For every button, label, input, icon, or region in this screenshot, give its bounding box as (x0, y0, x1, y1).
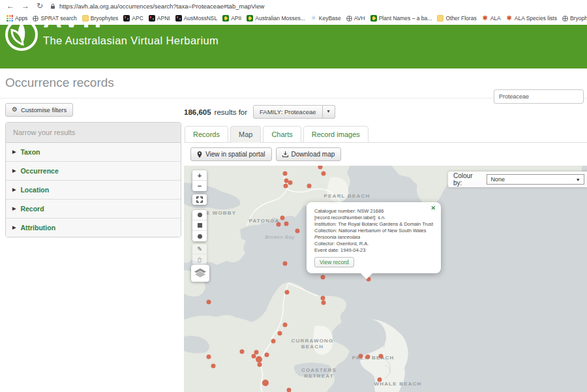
occurrence-marker[interactable] (258, 363, 262, 367)
green-app-icon (222, 15, 229, 22)
popup-close-icon[interactable]: ✕ (430, 205, 436, 211)
query-filter-button[interactable]: FAMILY: Proteaceae (253, 105, 322, 119)
url-text: https://avh.ala.org.au/occurrences/searc… (59, 3, 264, 10)
occurrence-marker[interactable] (359, 354, 363, 359)
map-toolbar: View in spatial portal Download map (184, 143, 587, 166)
bookmark-item[interactable]: APNI (149, 15, 170, 22)
page-title: Occurrence records (5, 76, 114, 90)
site-subtitle: The Australasian Virtual Herbarium (43, 35, 218, 47)
filter-group-taxon[interactable]: ▶Taxon (6, 143, 181, 162)
edit-toolbar: ✎ (192, 244, 207, 265)
occurrence-marker[interactable] (283, 323, 288, 327)
occurrence-marker[interactable] (321, 275, 325, 280)
view-in-spatial-portal-button[interactable]: View in spatial portal (190, 147, 272, 161)
bookmark-label: AVH (354, 15, 365, 22)
fullscreen-button[interactable] (192, 194, 207, 205)
filter-group-occurrence[interactable]: ▶Occurrence (6, 162, 181, 181)
occurrence-marker[interactable] (256, 356, 262, 363)
draw-polygon-button[interactable] (192, 210, 207, 220)
globe-icon (33, 16, 38, 22)
occurrence-map[interactable]: PEARL BEACHE WOBBYPATONGABroken BayCURRA… (184, 166, 587, 392)
occurrence-marker[interactable] (321, 296, 325, 301)
tab-records[interactable]: Records (185, 126, 228, 143)
results-count: 186,605 (184, 108, 211, 116)
occurrence-marker[interactable] (240, 350, 245, 354)
occurrence-marker[interactable] (322, 172, 326, 176)
bookmark-item[interactable]: ✱ALA (482, 15, 501, 22)
filter-group-location[interactable]: ▶Location (6, 181, 181, 200)
occurrence-marker[interactable] (207, 355, 211, 359)
query-filter-caret-button[interactable]: ▾ (323, 105, 335, 119)
occurrence-marker[interactable] (322, 301, 326, 305)
occurrence-marker[interactable] (262, 380, 269, 386)
bookmark-item[interactable]: APII (222, 15, 241, 22)
bookmark-item[interactable]: Australian Mosses... (247, 15, 305, 22)
occurrence-marker[interactable] (283, 172, 288, 176)
expand-triangle-icon: ▶ (12, 206, 16, 211)
bookmark-item[interactable]: ✳KeyBase (310, 15, 341, 22)
view-record-button[interactable]: View record (314, 257, 354, 267)
bookmark-item[interactable]: SPRAT search (33, 15, 76, 22)
popup-field: Persoonia lanceolata (314, 234, 434, 241)
draw-circle-button[interactable] (192, 231, 207, 241)
occurrence-marker[interactable] (307, 184, 312, 188)
occurrence-marker[interactable] (265, 353, 269, 357)
bookmark-item[interactable]: Apps (7, 15, 27, 22)
filter-group-record[interactable]: ▶Record (6, 200, 181, 219)
draw-toolbar (192, 210, 207, 241)
popup-field: [record.recordNumber.label]: s.n. (314, 215, 434, 221)
tab-map[interactable]: Map (230, 126, 261, 143)
results-text: results for (215, 108, 248, 116)
refresh-icon[interactable]: ↻ (37, 2, 43, 10)
occurrence-marker[interactable] (288, 181, 293, 185)
expand-triangle-icon: ▶ (12, 225, 16, 230)
draw-rectangle-button[interactable] (192, 220, 207, 231)
layers-control[interactable] (191, 265, 209, 282)
narrow-results-panel: Narrow your results ▶Taxon▶Occurrence▶Lo… (5, 122, 181, 237)
occurrence-marker[interactable] (271, 339, 276, 344)
bookmark-label: SPRAT search (40, 15, 76, 22)
tab-charts[interactable]: Charts (263, 126, 301, 143)
bookmark-item[interactable]: Plant Names – a ba... (370, 15, 432, 22)
occurrence-marker[interactable] (287, 388, 292, 392)
pencil-icon: ✎ (197, 246, 202, 252)
zoom-out-button[interactable]: − (192, 181, 207, 191)
occurrence-marker[interactable] (295, 229, 300, 234)
rectangle-icon (198, 223, 202, 228)
occurrence-marker[interactable] (277, 222, 281, 227)
occurrence-marker[interactable] (280, 216, 285, 220)
expand-triangle-icon: ▶ (12, 187, 16, 192)
bookmark-item[interactable]: Bryophytes (82, 15, 119, 22)
delete-shape-button[interactable] (192, 254, 207, 265)
occurrence-marker[interactable] (211, 364, 216, 369)
occurrence-marker[interactable] (207, 300, 211, 305)
bookmark-label: Australian Mosses... (255, 15, 305, 22)
occurrence-marker[interactable] (284, 222, 289, 226)
download-map-button[interactable]: Download map (276, 147, 342, 161)
customise-filters-button[interactable]: ⚙ Customise filters (5, 103, 73, 117)
bookmark-item[interactable]: Bryophytes of Austr... (562, 15, 587, 22)
zoom-in-button[interactable]: + (192, 170, 207, 181)
occurrence-marker[interactable] (379, 354, 384, 359)
occurrence-marker[interactable] (284, 184, 288, 188)
zoom-control: + − (192, 170, 207, 191)
taxa-search-input[interactable] (494, 89, 584, 104)
bookmark-item[interactable]: ✱ALA Species lists (506, 15, 557, 22)
occurrence-marker[interactable] (285, 290, 290, 295)
occurrence-marker[interactable] (283, 262, 288, 266)
occurrence-marker[interactable] (278, 331, 282, 336)
occurrence-marker[interactable] (378, 378, 382, 382)
tab-record-images[interactable]: Record images (303, 126, 369, 143)
bookmark-item[interactable]: APC (123, 15, 143, 22)
occurrence-marker[interactable] (366, 355, 370, 359)
forward-icon[interactable]: → (22, 2, 29, 10)
bookmark-item[interactable]: Other Floras (437, 15, 476, 22)
colour-by-select[interactable]: None ▼ (487, 174, 584, 185)
back-icon[interactable]: ← (7, 2, 14, 10)
edit-shape-button[interactable]: ✎ (192, 244, 207, 254)
bookmark-item[interactable]: AVH (346, 15, 365, 22)
popup-field: Institution: The Royal Botanic Gardens &… (314, 221, 434, 228)
bookmark-item[interactable]: AusMossNSL (175, 15, 218, 22)
filter-group-attribution[interactable]: ▶Attribution (6, 219, 181, 237)
address-bar[interactable]: https://avh.ala.org.au/occurrences/searc… (50, 1, 580, 10)
